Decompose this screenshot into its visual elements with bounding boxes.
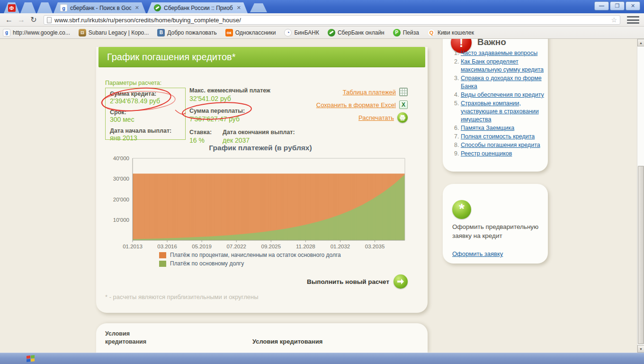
table-icon xyxy=(399,88,408,96)
important-card: ! Важно Часто задаваемые вопросы Как Бан… xyxy=(443,39,548,172)
list-item: Как Банк определяет максимальную сумму к… xyxy=(461,58,545,74)
scroll-down-button[interactable]: ▼ xyxy=(637,345,644,353)
x-tick-label: 03.2035 xyxy=(365,244,385,249)
save-excel-link[interactable]: Сохранить в формате Excel xyxy=(316,101,396,109)
pinned-tab-2[interactable] xyxy=(20,2,36,13)
bookmark-label: БинБАНК xyxy=(294,29,319,36)
minimize-button[interactable]: — xyxy=(594,1,609,10)
list-item: Виды обеспечения по кредиту xyxy=(461,91,545,99)
important-link[interactable]: Способы погашения кредита xyxy=(461,142,540,148)
bookmark-odnoklassniki[interactable]: окОдноклассники xyxy=(225,29,276,36)
print-link[interactable]: Распечатать xyxy=(358,114,394,121)
list-item: Часто задаваемые вопросы xyxy=(461,49,545,57)
important-link[interactable]: Виды обеспечения по кредиту xyxy=(461,91,544,98)
payments-table-action[interactable]: Таблица платежей xyxy=(343,88,408,96)
list-item: Способы погашения кредита xyxy=(461,141,545,149)
param-value: дек 2037 xyxy=(223,136,250,144)
param-value: 7'367'627.47 руб xyxy=(189,115,240,123)
scrollbar-thumb[interactable] xyxy=(638,166,644,344)
pinned-tab-phi[interactable]: Ф xyxy=(4,2,19,13)
page-icon xyxy=(47,17,52,23)
bookmark-peyza[interactable]: РПейза xyxy=(393,29,419,36)
reload-button[interactable]: ↻ xyxy=(27,15,40,24)
page-header-bar: График погашения кредитов* xyxy=(98,47,425,67)
address-bar[interactable]: www.sbrf.ru/irkutsk/ru/person/credits/ho… xyxy=(44,15,620,25)
sberbank-icon xyxy=(328,29,335,36)
bookmark-sberbank-online[interactable]: СберБанк онлайн xyxy=(328,29,385,36)
bookmark-binbank[interactable]: ◔БинБАНК xyxy=(284,29,319,36)
legend-label: Платёж по основному долгу xyxy=(170,260,244,267)
sberbank-favicon-icon xyxy=(154,4,161,11)
chrome-menu-icon[interactable] xyxy=(627,16,639,24)
legend-label: Платёж по процентам, начисленным на оста… xyxy=(170,252,341,258)
scroll-up-button[interactable]: ▲ xyxy=(637,39,644,46)
legend-swatch-interest xyxy=(159,252,166,258)
window-controls: — ❐ ✕ xyxy=(594,1,640,10)
google-favicon-icon: g xyxy=(60,4,67,11)
save-excel-action[interactable]: Сохранить в формате Excel X xyxy=(316,100,408,109)
bottom-card: Условия кредитования Условия кредитовани… xyxy=(96,323,428,353)
print-action[interactable]: Распечатать xyxy=(358,112,408,123)
x-tick-label: 01.2032 xyxy=(331,244,350,249)
important-link[interactable]: Справка о доходах по форме Банка xyxy=(461,75,542,90)
bookmark-label: Subaru Legacy | Коро... xyxy=(89,29,149,36)
conditions-menu-item[interactable]: Условия кредитования xyxy=(105,330,157,346)
bookmark-google[interactable]: ghttp://www.google.co... xyxy=(3,29,70,36)
list-item: Страховые компании, участвующие в страхо… xyxy=(461,100,545,124)
tab-title: сбербанк - Поиск в Google xyxy=(70,5,131,11)
list-item: Памятка Заемщика xyxy=(461,124,545,132)
param-value: 32'541.02 руб xyxy=(189,95,231,102)
taskbar: ▤ A µ @ ▹ 1000 Сбербанк России :: П... К… xyxy=(0,353,644,364)
bookmark-label: Одноклассники xyxy=(235,29,276,36)
x-tick-label: 03.2016 xyxy=(157,244,177,249)
important-link[interactable]: Памятка Заемщика xyxy=(461,125,514,131)
new-calculation-action[interactable]: Выполнить новый расчет xyxy=(307,274,408,289)
browser-titlebar: Ф g сбербанк - Поиск в Google ✕ Сбербанк… xyxy=(0,0,644,13)
important-link[interactable]: Как Банк определяет максимальную сумму к… xyxy=(461,58,544,73)
tab-close-icon[interactable]: ✕ xyxy=(237,5,241,11)
apply-link[interactable]: Оформить заявку xyxy=(452,250,503,257)
loan-params-box: Сумма кредита: 2'394'678.49 руб Срок: 30… xyxy=(105,88,186,140)
arrow-right-icon[interactable] xyxy=(394,274,408,289)
odnoklassniki-icon: ок xyxy=(225,29,233,36)
x-tick-label: 11.2028 xyxy=(296,244,315,249)
back-button[interactable]: ← xyxy=(3,16,15,24)
list-item: Справка о доходах по форме Банка xyxy=(461,74,545,91)
google-icon: g xyxy=(3,29,10,36)
x-tick-label: 07.2022 xyxy=(226,244,246,249)
close-button[interactable]: ✕ xyxy=(626,1,640,10)
pinned-tab-3[interactable] xyxy=(37,2,53,13)
legend-item-principal: Платёж по основному долгу xyxy=(159,260,244,267)
forward-button[interactable]: → xyxy=(15,16,27,24)
bookmark-star-icon[interactable]: ☆ xyxy=(611,16,617,24)
param-label: Ставка: xyxy=(189,129,212,136)
chart-title: График платежей (в рублях) xyxy=(107,144,414,152)
list-item: Полная стоимость кредита xyxy=(461,133,545,141)
bookmark-vk[interactable]: ВДобро пожаловать xyxy=(157,29,216,36)
important-title: Важно xyxy=(477,39,506,47)
important-links-list: Часто задаваемые вопросы Как Банк опреде… xyxy=(461,49,545,158)
bookmark-qiwi[interactable]: QКиви кошелек xyxy=(428,29,474,36)
page-scrollbar[interactable]: ▲ ▼ xyxy=(637,39,644,353)
y-tick-label: 40'000 xyxy=(113,155,129,161)
param-label: Сумма кредита: xyxy=(110,91,181,97)
important-link[interactable]: Страховые компании, участвующие в страхо… xyxy=(461,100,539,123)
params-heading: Параметры расчета: xyxy=(105,80,161,86)
important-link[interactable]: Часто задаваемые вопросы xyxy=(461,50,537,56)
footnote: * - расчеты являются приблизительными и … xyxy=(105,293,259,300)
printer-icon[interactable] xyxy=(397,112,408,123)
tab-sberbank[interactable]: Сбербанк России :: Приобр ✕ xyxy=(147,2,248,13)
bookmark-subaru[interactable]: ⊟Subaru Legacy | Коро... xyxy=(79,29,149,36)
tab-title: Сбербанк России :: Приобр xyxy=(164,5,233,11)
bookmark-label: СберБанк онлайн xyxy=(338,29,385,36)
new-tab-button[interactable] xyxy=(250,3,267,12)
important-link[interactable]: Реестр оценщиков xyxy=(461,150,512,157)
start-button[interactable] xyxy=(27,355,35,363)
bookmark-label: Киви кошелек xyxy=(438,29,474,36)
tab-google-search[interactable]: g сбербанк - Поиск в Google ✕ xyxy=(54,2,146,13)
important-link[interactable]: Полная стоимость кредита xyxy=(461,133,535,140)
tab-close-icon[interactable]: ✕ xyxy=(135,5,139,11)
restore-button[interactable]: ❐ xyxy=(610,1,625,10)
payments-table-link[interactable]: Таблица платежей xyxy=(343,89,396,96)
conditions-heading: Условия кредитования xyxy=(252,338,322,345)
